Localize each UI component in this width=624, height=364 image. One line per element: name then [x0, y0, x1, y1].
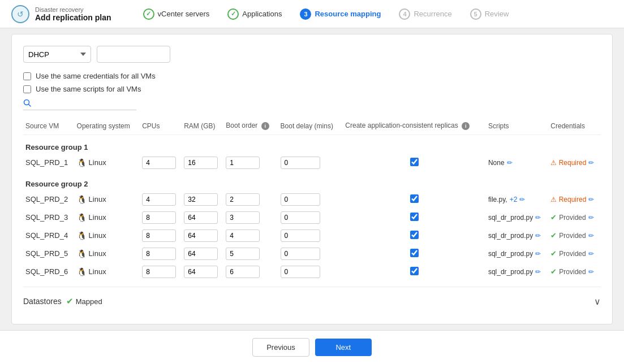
- cred-required-badge: ⚠ Required: [550, 159, 586, 167]
- script-edit-icon[interactable]: ✏: [535, 214, 541, 222]
- wizard-step-resource-mapping[interactable]: 3 Resource mapping: [291, 8, 390, 20]
- vm-app-consistent[interactable]: [343, 190, 486, 209]
- boot-delay-input[interactable]: [281, 229, 320, 242]
- app-consistent-checkbox[interactable]: [410, 213, 419, 221]
- script-edit-icon[interactable]: ✏: [535, 232, 541, 240]
- vm-boot-delay[interactable]: [278, 227, 343, 245]
- boot-order-input[interactable]: [226, 157, 260, 169]
- dhcp-select[interactable]: DHCP: [23, 46, 91, 63]
- script-edit-icon[interactable]: ✏: [507, 159, 513, 167]
- vm-boot-delay[interactable]: [278, 263, 343, 281]
- search-input[interactable]: [33, 99, 124, 108]
- same-scripts-checkbox[interactable]: [23, 85, 31, 93]
- ram-input[interactable]: [184, 157, 218, 169]
- boot-order-info-icon: i: [261, 122, 269, 130]
- ram-input[interactable]: [184, 248, 218, 260]
- same-scripts-label: Use the same scripts for all VMs: [36, 85, 141, 93]
- previous-button[interactable]: Previous: [252, 338, 309, 357]
- vm-cpus[interactable]: [140, 245, 182, 263]
- vm-boot-order[interactable]: [223, 154, 278, 172]
- boot-delay-input[interactable]: [281, 193, 320, 206]
- script-name: sql_dr_prod.py: [488, 214, 533, 222]
- next-button[interactable]: Next: [315, 339, 372, 356]
- vm-ram[interactable]: [182, 263, 223, 281]
- boot-order-input[interactable]: [226, 193, 260, 206]
- vm-cpus[interactable]: [140, 190, 182, 209]
- vm-boot-delay[interactable]: [278, 209, 343, 227]
- wizard-step-recurrence[interactable]: 4 Recurrence: [390, 8, 461, 20]
- vm-boot-delay[interactable]: [278, 154, 343, 172]
- cpu-input[interactable]: [142, 211, 176, 224]
- script-edit-icon[interactable]: ✏: [535, 250, 541, 258]
- mapped-check-icon: ✔: [66, 296, 74, 306]
- vm-boot-delay[interactable]: [278, 190, 343, 209]
- vm-boot-delay[interactable]: [278, 245, 343, 263]
- linux-icon: 🐧: [77, 231, 87, 240]
- ip-input[interactable]: [97, 46, 170, 63]
- vm-boot-order[interactable]: [223, 263, 278, 281]
- cpu-input[interactable]: [142, 157, 176, 169]
- ram-input[interactable]: [184, 193, 218, 206]
- step-label-1: vCenter servers: [158, 10, 210, 18]
- app-consistent-checkbox[interactable]: [410, 231, 419, 239]
- boot-order-input[interactable]: [226, 211, 260, 224]
- cpu-input[interactable]: [142, 229, 176, 242]
- cpu-input[interactable]: [142, 266, 176, 278]
- vm-app-consistent[interactable]: [343, 209, 486, 227]
- vm-ram[interactable]: [182, 227, 223, 245]
- cred-edit-icon[interactable]: ✏: [588, 250, 594, 258]
- boot-delay-input[interactable]: [281, 266, 320, 278]
- same-credentials-checkbox[interactable]: [23, 72, 31, 80]
- boot-delay-input[interactable]: [281, 248, 320, 260]
- cred-edit-icon[interactable]: ✏: [588, 232, 594, 240]
- vm-cpus[interactable]: [140, 263, 182, 281]
- vm-boot-order[interactable]: [223, 190, 278, 209]
- script-edit-icon[interactable]: ✏: [519, 196, 525, 203]
- vm-cpus[interactable]: [140, 154, 182, 172]
- cred-edit-icon[interactable]: ✏: [588, 268, 594, 276]
- wizard-step-vcenter[interactable]: ✓ vCenter servers: [134, 8, 219, 20]
- wizard-steps: ✓ vCenter servers ✓ Applications 3 Resou…: [134, 8, 518, 20]
- vm-boot-order[interactable]: [223, 209, 278, 227]
- cred-edit-icon[interactable]: ✏: [588, 159, 594, 167]
- boot-delay-input[interactable]: [281, 211, 320, 224]
- wizard-step-applications[interactable]: ✓ Applications: [218, 8, 291, 20]
- script-edit-icon[interactable]: ✏: [535, 268, 541, 276]
- boot-order-input[interactable]: [226, 266, 260, 278]
- ram-input[interactable]: [184, 211, 218, 224]
- vm-scripts: file.py, +2 ✏: [486, 190, 548, 209]
- vm-cpus[interactable]: [140, 209, 182, 227]
- datastores-chevron-icon[interactable]: ∨: [594, 296, 601, 307]
- cpu-input[interactable]: [142, 248, 176, 260]
- vm-boot-order[interactable]: [223, 245, 278, 263]
- vm-credentials: ✔ Provided ✏: [548, 209, 601, 227]
- top-controls: DHCP: [23, 46, 601, 63]
- col-scripts: Scripts: [486, 119, 548, 135]
- app-consistent-checkbox[interactable]: [410, 249, 419, 257]
- app-consistent-checkbox[interactable]: [410, 267, 419, 275]
- boot-delay-input[interactable]: [281, 157, 320, 169]
- boot-order-input[interactable]: [226, 229, 260, 242]
- boot-order-input[interactable]: [226, 248, 260, 260]
- wizard-step-review[interactable]: 5 Review: [461, 8, 518, 20]
- ram-input[interactable]: [184, 229, 218, 242]
- vm-app-consistent[interactable]: [343, 263, 486, 281]
- app-consistent-checkbox[interactable]: [410, 158, 419, 166]
- vm-ram[interactable]: [182, 190, 223, 209]
- vm-boot-order[interactable]: [223, 227, 278, 245]
- ram-input[interactable]: [184, 266, 218, 278]
- vm-app-consistent[interactable]: [343, 154, 486, 172]
- app-consistent-checkbox[interactable]: [410, 194, 419, 203]
- datastores-label: Datastores: [23, 297, 62, 306]
- vm-cpus[interactable]: [140, 227, 182, 245]
- vm-app-consistent[interactable]: [343, 227, 486, 245]
- cred-edit-icon[interactable]: ✏: [588, 196, 594, 203]
- vm-ram[interactable]: [182, 154, 223, 172]
- vm-ram[interactable]: [182, 209, 223, 227]
- cpu-input[interactable]: [142, 193, 176, 206]
- vm-app-consistent[interactable]: [343, 245, 486, 263]
- cred-edit-icon[interactable]: ✏: [588, 214, 594, 222]
- vm-ram[interactable]: [182, 245, 223, 263]
- table-row: SQL_PRD_5🐧 Linuxsql_dr_prod.py ✏✔ Provid…: [23, 245, 601, 263]
- step-label-3: Resource mapping: [315, 10, 381, 18]
